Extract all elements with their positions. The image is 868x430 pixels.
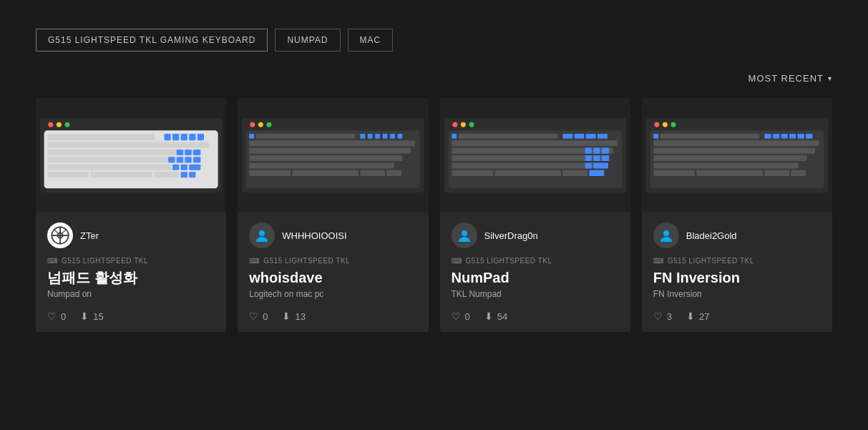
svg-rect-27 <box>155 172 180 177</box>
svg-rect-81 <box>452 170 493 176</box>
keyboard-icon: ⌨ <box>452 257 462 265</box>
svg-rect-15 <box>193 150 200 155</box>
download-icon: ⬇ <box>282 311 291 322</box>
svg-rect-100 <box>653 148 815 154</box>
card-4-downloads-count: 27 <box>699 311 709 322</box>
card-4-likes-count: 3 <box>667 311 672 322</box>
svg-rect-76 <box>593 155 600 161</box>
card-3-downloads: ⬇ 54 <box>484 311 507 322</box>
svg-rect-74 <box>452 155 605 161</box>
svg-rect-69 <box>452 140 618 146</box>
card-4-downloads: ⬇ 27 <box>686 311 709 322</box>
svg-rect-72 <box>593 148 600 154</box>
card-3-device-name: G515 LIGHTSPEED TKL <box>466 257 552 265</box>
card-2-user: WHHHOIOOISI <box>249 223 416 248</box>
keyboard-icon: ⌨ <box>47 257 57 265</box>
filter-keyboard[interactable]: G515 LIGHTSPEED TKL GAMING KEYBOARD <box>36 29 268 52</box>
card-2-body: WHHHOIOOISI ⌨ G515 LIGHTSPEED TKL whoisd… <box>238 212 428 332</box>
svg-rect-104 <box>696 170 763 176</box>
download-icon: ⬇ <box>484 311 493 322</box>
svg-rect-21 <box>47 165 172 170</box>
card-1-title: 넘패드 활성화 <box>47 269 215 286</box>
svg-rect-44 <box>368 134 373 139</box>
sort-selector[interactable]: MOST RECENT ▾ <box>748 73 832 84</box>
heart-icon: ♡ <box>47 311 57 322</box>
svg-rect-19 <box>185 157 191 162</box>
avatar <box>653 223 679 248</box>
filter-numpad[interactable]: NUMPAD <box>275 29 340 52</box>
svg-rect-79 <box>585 162 591 168</box>
card-2-preview <box>238 98 428 212</box>
svg-rect-54 <box>293 170 359 176</box>
svg-rect-94 <box>773 134 779 139</box>
svg-rect-99 <box>653 140 819 146</box>
svg-rect-23 <box>181 165 187 170</box>
card-1-preview <box>36 98 226 212</box>
svg-rect-28 <box>181 172 187 177</box>
svg-rect-106 <box>791 170 806 176</box>
card-3-title: NumPad <box>452 269 619 286</box>
svg-rect-52 <box>249 162 394 168</box>
svg-point-60 <box>460 122 465 127</box>
svg-rect-64 <box>458 134 557 139</box>
svg-rect-25 <box>47 172 89 177</box>
card-1-downloads-count: 15 <box>93 311 103 322</box>
card-4-user: Bladei2Gold <box>653 223 821 248</box>
svg-rect-22 <box>172 165 179 170</box>
svg-rect-20 <box>193 157 200 162</box>
card-3-device: ⌨ G515 LIGHTSPEED TKL <box>452 257 619 265</box>
card-3-subtitle: TKL Numpad <box>452 289 619 299</box>
chevron-down-icon: ▾ <box>828 74 832 82</box>
avatar <box>249 223 275 248</box>
card-4-device-name: G515 LIGHTSPEED TKL <box>668 257 754 265</box>
filter-mac[interactable]: MAC <box>348 29 394 52</box>
svg-rect-49 <box>249 140 415 146</box>
card-3[interactable]: SilverDrag0n ⌨ G515 LIGHTSPEED TKL NumPa… <box>440 98 630 332</box>
svg-rect-7 <box>172 134 179 140</box>
svg-point-59 <box>452 122 457 127</box>
card-1-device-name: G515 LIGHTSPEED TKL <box>62 257 148 265</box>
download-icon: ⬇ <box>686 311 695 322</box>
svg-point-61 <box>469 122 474 127</box>
svg-rect-83 <box>562 170 587 176</box>
card-1-subtitle: Numpad on <box>47 289 215 299</box>
card-4-likes: ♡ 3 <box>653 311 672 322</box>
svg-point-2 <box>57 122 62 127</box>
svg-point-107 <box>663 230 669 236</box>
svg-rect-73 <box>601 148 608 154</box>
card-2-subtitle: Logitech on mac pc <box>249 289 416 299</box>
card-2-device: ⌨ G515 LIGHTSPEED TKL <box>249 257 416 265</box>
svg-rect-14 <box>185 150 191 155</box>
card-2[interactable]: WHHHOIOOISI ⌨ G515 LIGHTSPEED TKL whoisd… <box>238 98 428 332</box>
card-1-device: ⌨ G515 LIGHTSPEED TKL <box>47 257 215 265</box>
svg-rect-9 <box>189 134 195 140</box>
card-3-likes-count: 0 <box>465 311 470 322</box>
card-1-likes: ♡ 0 <box>47 311 66 322</box>
svg-rect-92 <box>660 134 759 139</box>
svg-rect-10 <box>198 134 204 140</box>
svg-rect-55 <box>361 170 386 176</box>
card-3-user: SilverDrag0n <box>452 223 619 248</box>
card-2-likes-count: 0 <box>263 311 268 322</box>
svg-point-87 <box>654 122 659 127</box>
card-1[interactable]: ZTer ⌨ G515 LIGHTSPEED TKL 넘패드 활성화 Numpa… <box>36 98 226 332</box>
card-1-user: ZTer <box>47 223 215 248</box>
card-1-username: ZTer <box>80 230 99 241</box>
card-4[interactable]: Bladei2Gold ⌨ G515 LIGHTSPEED TKL FN Inv… <box>642 98 832 332</box>
svg-rect-41 <box>249 134 254 139</box>
svg-rect-18 <box>177 157 183 162</box>
svg-rect-105 <box>764 170 789 176</box>
keyboard-icon: ⌨ <box>653 257 663 265</box>
download-icon: ⬇ <box>80 311 89 322</box>
svg-rect-84 <box>589 170 604 176</box>
card-1-likes-count: 0 <box>61 311 66 322</box>
card-3-stats: ♡ 0 ⬇ 54 <box>452 311 619 322</box>
svg-rect-103 <box>653 170 695 176</box>
svg-rect-42 <box>256 134 356 139</box>
card-1-stats: ♡ 0 ⬇ 15 <box>47 311 215 322</box>
heart-icon: ♡ <box>452 311 461 322</box>
svg-rect-24 <box>189 165 200 170</box>
card-4-stats: ♡ 3 ⬇ 27 <box>653 311 821 322</box>
svg-point-3 <box>65 122 70 127</box>
keyboard-icon: ⌨ <box>249 257 259 265</box>
